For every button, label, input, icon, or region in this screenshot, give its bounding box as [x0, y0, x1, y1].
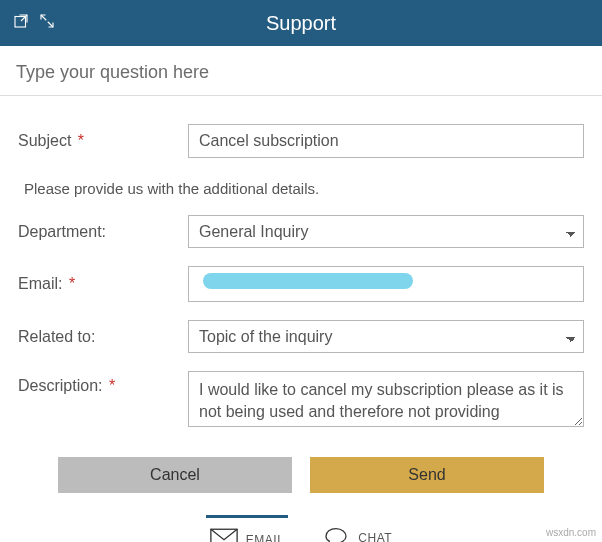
mail-icon	[210, 528, 238, 542]
email-label-text: Email:	[18, 275, 62, 292]
subject-input[interactable]	[188, 124, 584, 158]
subject-label: Subject *	[18, 132, 188, 150]
required-mark: *	[69, 275, 75, 292]
support-form: Subject * Please provide us with the add…	[0, 96, 602, 542]
subject-row: Subject *	[18, 124, 584, 158]
header: Support	[0, 0, 602, 46]
channel-tabs: EMAIL CHAT	[18, 515, 584, 542]
popout-icon[interactable]	[12, 12, 30, 34]
related-select[interactable]: Topic of the inquiry	[188, 320, 584, 353]
email-row: Email: *	[18, 266, 584, 302]
tab-email-label: EMAIL	[246, 533, 285, 543]
related-label: Related to:	[18, 328, 188, 346]
required-mark: *	[78, 132, 84, 149]
cancel-button[interactable]: Cancel	[58, 457, 292, 493]
subject-label-text: Subject	[18, 132, 71, 149]
required-mark: *	[109, 377, 115, 394]
expand-icon[interactable]	[38, 12, 56, 34]
description-row: Description: *	[18, 371, 584, 431]
description-label-text: Description:	[18, 377, 102, 394]
watermark: wsxdn.com	[546, 527, 596, 538]
send-button[interactable]: Send	[310, 457, 544, 493]
related-row: Related to: Topic of the inquiry	[18, 320, 584, 353]
description-textarea[interactable]	[188, 371, 584, 427]
header-icons	[0, 12, 56, 34]
tab-chat[interactable]: CHAT	[318, 517, 396, 543]
chat-icon	[322, 527, 350, 543]
tab-email[interactable]: EMAIL	[206, 515, 289, 542]
department-select[interactable]: General Inquiry	[188, 215, 584, 248]
button-row: Cancel Send	[58, 457, 544, 493]
department-row: Department: General Inquiry	[18, 215, 584, 248]
description-label: Description: *	[18, 371, 188, 395]
email-field[interactable]	[188, 266, 584, 302]
department-label: Department:	[18, 223, 188, 241]
helper-text: Please provide us with the additional de…	[24, 180, 584, 197]
tab-chat-label: CHAT	[358, 531, 392, 542]
page-title: Support	[0, 12, 602, 35]
search-input[interactable]: Type your question here	[0, 46, 602, 96]
redacted-email	[203, 273, 413, 289]
email-label: Email: *	[18, 275, 188, 293]
